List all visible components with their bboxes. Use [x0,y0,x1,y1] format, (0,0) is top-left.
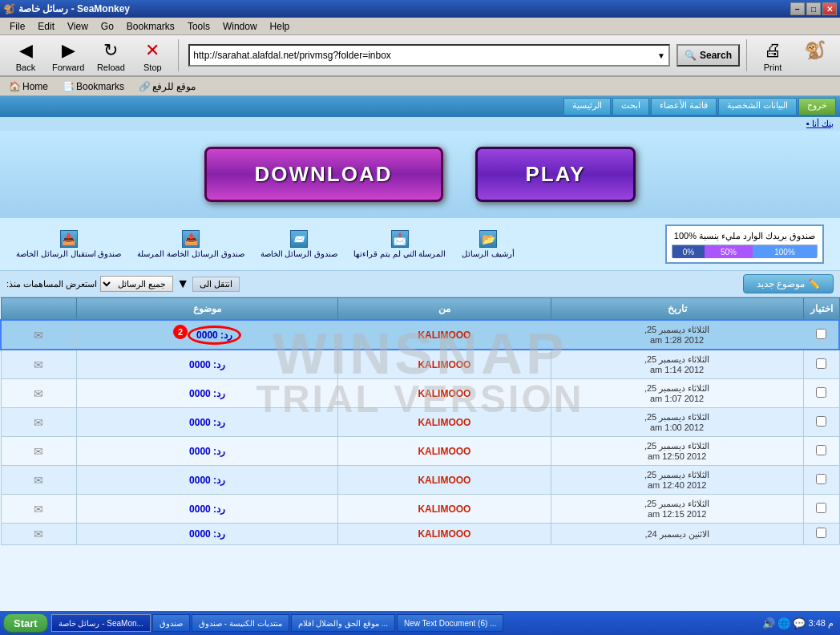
msg-subject[interactable]: رد: 0000 [76,524,337,545]
msg-from[interactable]: KALIMOOO [338,437,551,466]
msg-icon-cell: ✉ [1,437,76,466]
msg-subject[interactable]: رد: 0000 [76,408,337,437]
msg-from[interactable]: KALIMOOO [338,408,551,437]
recv-icon: 📥 [60,230,78,248]
url-dropdown[interactable]: ▼ [657,51,665,60]
bm-home[interactable]: 🏠 Home [3,79,54,94]
window-title: رسائل خاصة - SeaMonkey [18,3,130,14]
menu-view[interactable]: View [61,19,95,34]
seamonkey-icon-btn[interactable]: 🐒 [795,38,834,73]
msg-subject[interactable]: رد: 0000 [76,466,337,495]
inbox-box-outbox[interactable]: 📤 صندوق الرسائل الخاصة المرسلة [137,230,244,258]
search-button[interactable]: 🔍 Search [676,44,740,67]
tray-icon-3: 💬 [793,617,806,629]
back-icon: ◀ [19,40,33,61]
back-button[interactable]: ◀ Back [6,38,45,73]
nav-tab-exit[interactable]: خروج [798,98,836,115]
inbox-box-recv[interactable]: 📥 صندوق استقبال الرسائل الخاصة [16,230,121,258]
msg-date: الثلاثاء ديسمبر 25, am 12:15 2012 [551,495,803,524]
inbox-box-inbox[interactable]: 📨 صندوق الرسائل الخاصة [260,230,338,258]
seamonkey-icon: 🐒 [804,40,826,61]
col-select: اختيار [803,298,839,321]
inbox-box-read[interactable]: 📩 المرسلة التي لم يتم قراءتها [353,230,446,258]
nav-tab-search[interactable]: ابحث [612,98,649,115]
table-row: الثلاثاء ديسمبر 25, am 1:07 2012KALIMOOO… [1,379,839,408]
download-button[interactable]: DOWNLOAD [204,147,443,202]
row-checkbox[interactable] [816,474,826,484]
row-checkbox[interactable] [816,445,826,455]
col-date: تاريخ [551,298,803,321]
msg-subject[interactable]: رد: 0000 [76,350,337,379]
taskbar-item[interactable]: موقع الحق والضلال افلام ... [291,614,395,632]
user-info: بنك أنا ▪ [0,117,840,131]
nav-tab-members[interactable]: قائمة الأعضاء [651,98,717,115]
bm-site[interactable]: 🔗 موقع للرفع [133,79,201,94]
msg-icon-cell: ✉ [1,408,76,437]
bm-bookmarks[interactable]: 📑 Bookmarks [57,79,130,94]
close-button[interactable]: ✕ [822,2,837,15]
taskbar-item[interactable]: صندوق [152,614,190,632]
menu-go[interactable]: Go [95,19,120,34]
inbox-label: صندوق بريدك الوارد مليء بنسبة %100 [672,231,818,241]
table-row: الثلاثاء ديسمبر 25, am 12:40 2012KALIMOO… [1,466,839,495]
row-checkbox[interactable] [816,358,826,369]
forward-button[interactable]: ▶ Forward [48,38,88,73]
menu-tools[interactable]: Tools [181,19,216,34]
print-button[interactable]: 🖨 Print [753,38,792,73]
msg-date: الثلاثاء ديسمبر 25, am 12:40 2012 [551,466,803,495]
menu-file[interactable]: File [3,19,31,34]
minimize-button[interactable]: − [790,2,805,15]
new-topic-button[interactable]: ✏️ موضوع جديد [743,274,834,293]
inbox-icon: 📨 [290,230,308,248]
site-icon: 🔗 [139,81,151,92]
inbox-box-archive[interactable]: 📂 أرشيف الرسائل [462,230,515,258]
msg-subject[interactable]: رد: 0000 [76,379,337,408]
messages-table: اختيار تاريخ من موضوع الثلاثاء ديسمبر 25… [0,297,840,545]
nav-tab-profile[interactable]: البيانات الشخصية [718,98,797,115]
user-link[interactable]: بنك أنا ▪ [806,119,834,128]
msg-icon-cell: ✉ [1,466,76,495]
toolbar-separator [178,39,179,71]
stop-button[interactable]: ✕ Stop [133,38,172,73]
taskbar-item[interactable]: منتديات الكنيسة - صندوق [192,614,289,632]
col-from: من [338,298,551,321]
msg-from[interactable]: KALIMOOO [338,466,551,495]
msg-from[interactable]: KALIMOOO [338,320,551,350]
row-checkbox[interactable] [816,387,826,398]
msg-from[interactable]: KALIMOOO [338,495,551,524]
taskbar-item[interactable]: رسائل خاصة - SeaMon... [51,614,151,632]
row-checkbox[interactable] [816,329,826,339]
msg-subject[interactable]: رد: 0000 [76,437,337,466]
row-checkbox[interactable] [816,416,826,427]
action-buttons: DOWNLOAD PLAY [0,131,840,218]
row-checkbox[interactable] [816,503,826,513]
toolbar-separator-2 [746,39,747,71]
progress-50: 50% [705,245,753,258]
nav-tab-home[interactable]: الرئيسية [563,98,611,115]
menu-window[interactable]: Window [216,19,264,34]
menu-edit[interactable]: Edit [31,19,61,34]
row-checkbox[interactable] [816,528,826,538]
msg-subject[interactable]: رد: 00002 [76,320,337,350]
filter-label: استعرض المساهمات منذ: [6,279,97,289]
msg-subject[interactable]: رد: 0000 [76,495,337,524]
msg-from[interactable]: KALIMOOO [338,350,551,379]
reload-button[interactable]: ↻ Reload [91,38,130,73]
bookmark-icon: 📑 [63,81,75,92]
move-button[interactable]: انتقل الى [192,277,240,292]
menu-help[interactable]: Help [264,19,297,34]
bookmarks-bar: 🏠 Home 📑 Bookmarks 🔗 موقع للرفع [0,77,840,96]
msg-from[interactable]: KALIMOOO [338,379,551,408]
home-icon: 🏠 [9,81,21,92]
maximize-button[interactable]: □ [806,2,821,15]
start-button[interactable]: Start [3,613,48,633]
progress-0: 0% [672,245,705,258]
play-button[interactable]: PLAY [475,147,636,202]
msg-icon-cell: ✉ [1,495,76,524]
msg-date: الثلاثاء ديسمبر 25, am 1:14 2012 [551,350,803,379]
taskbar-item[interactable]: New Text Document (6) ... [397,614,503,632]
msg-from[interactable]: KALIMOOO [338,524,551,545]
filter-select[interactable]: جميع الرسائل [100,276,173,292]
filter-area: انتقل الى ▼ جميع الرسائل استعرض المساهما… [6,276,240,292]
menu-bookmarks[interactable]: Bookmarks [120,19,181,34]
